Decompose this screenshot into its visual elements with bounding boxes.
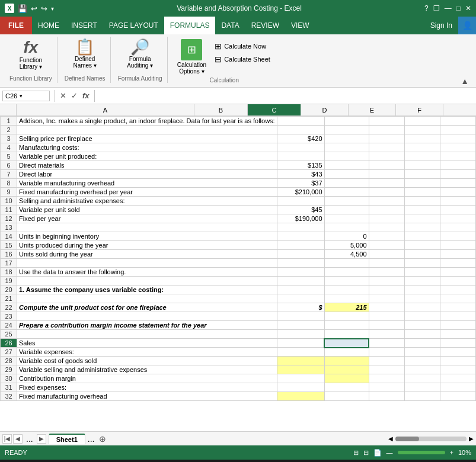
cell-f10[interactable] (440, 197, 475, 206)
sheet-nav-prev[interactable]: ◀ (13, 434, 23, 444)
cell-c9[interactable] (324, 188, 369, 197)
cell-a13[interactable] (17, 223, 277, 232)
cell-d24[interactable] (369, 321, 404, 330)
sheet-nav-dots[interactable]: ... (24, 434, 36, 444)
cell-b30[interactable] (277, 374, 324, 383)
formula-auditing-button[interactable]: 🔎 FormulaAuditing ▾ (124, 38, 155, 70)
cell-d31[interactable] (369, 383, 404, 392)
col-header-e[interactable]: E (349, 104, 396, 116)
cell-c1[interactable] (324, 117, 369, 126)
cell-e16[interactable] (404, 250, 440, 259)
cell-f23[interactable] (440, 312, 475, 321)
calculation-options-button[interactable]: ⊞ CalculationOptions ▾ (175, 38, 209, 76)
cell-e4[interactable] (404, 143, 440, 152)
cell-f24[interactable] (440, 321, 475, 330)
cell-d12[interactable] (369, 214, 404, 223)
cell-a18[interactable]: Use the data to answer the following. (17, 268, 277, 277)
formula-input[interactable] (97, 91, 476, 101)
sheet-tab-sheet1[interactable]: Sheet1 (49, 434, 85, 444)
sheet-nav-next[interactable]: ▶ (37, 434, 46, 444)
name-box-dropdown[interactable]: ▾ (20, 93, 23, 99)
cell-d6[interactable] (369, 161, 404, 170)
add-sheet-button[interactable]: ⊕ (97, 433, 108, 445)
cell-b29[interactable] (277, 365, 324, 374)
cell-a26[interactable]: Sales (17, 339, 277, 348)
cell-c4[interactable] (324, 143, 369, 152)
cell-f25[interactable] (440, 330, 475, 339)
cell-e25[interactable] (404, 330, 440, 339)
cell-f8[interactable] (440, 179, 475, 188)
cell-e14[interactable] (404, 232, 440, 241)
cell-a25[interactable] (17, 330, 277, 339)
cell-b6[interactable]: $135 (277, 161, 324, 170)
cell-e26[interactable] (404, 339, 440, 348)
insert-function-button[interactable]: fx (82, 91, 90, 100)
cell-f9[interactable] (440, 188, 475, 197)
cell-d29[interactable] (369, 365, 404, 374)
cell-a21[interactable] (17, 294, 277, 303)
cell-b12[interactable]: $190,000 (277, 214, 324, 223)
cell-f14[interactable] (440, 232, 475, 241)
cell-a1[interactable]: Addison, Inc. makes a single product, an… (17, 117, 277, 126)
calculate-sheet-button[interactable]: ⊟ Calculate Sheet (211, 53, 274, 65)
cell-c2[interactable] (324, 126, 369, 134)
menu-item-data[interactable]: DATA (215, 17, 245, 34)
cell-d7[interactable] (369, 170, 404, 179)
zoom-out-btn[interactable]: — (386, 449, 393, 456)
cell-a10[interactable]: Selling and administrative expenses: (17, 197, 277, 206)
cell-d15[interactable] (369, 241, 404, 250)
cell-e1[interactable] (404, 117, 440, 126)
col-header-c[interactable]: C (248, 104, 301, 116)
cell-e21[interactable] (404, 294, 440, 303)
cell-c21[interactable] (324, 294, 369, 303)
cell-d11[interactable] (369, 206, 404, 214)
ribbon-collapse-button[interactable]: ▲ (458, 74, 471, 87)
cell-e17[interactable] (404, 259, 440, 268)
cell-e31[interactable] (404, 383, 440, 392)
col-header-d[interactable]: D (301, 104, 349, 116)
cell-c17[interactable] (324, 259, 369, 268)
cell-d1[interactable] (369, 117, 404, 126)
cell-c11[interactable] (324, 206, 369, 214)
cell-b1[interactable] (277, 117, 324, 126)
menu-item-view[interactable]: VIEW (285, 17, 315, 34)
cell-f15[interactable] (440, 241, 475, 250)
cell-f18[interactable] (440, 268, 475, 277)
cell-f13[interactable] (440, 223, 475, 232)
cell-c3[interactable] (324, 134, 369, 143)
cell-a11[interactable]: Variable per unit sold (17, 206, 277, 214)
cell-a23[interactable] (17, 312, 277, 321)
cell-f27[interactable] (440, 348, 475, 357)
cell-c30[interactable] (324, 374, 369, 383)
name-box[interactable]: C26 ▾ (2, 91, 50, 101)
grid-view-icon[interactable]: ⊞ (353, 449, 359, 457)
cell-f22[interactable] (440, 303, 475, 312)
cell-a5[interactable]: Variable per unit produced: (17, 152, 277, 161)
enter-formula-button[interactable]: ✓ (71, 91, 78, 100)
cell-f20[interactable] (440, 285, 475, 294)
page-view-icon[interactable]: ⊟ (363, 449, 369, 457)
cell-a17[interactable] (17, 259, 277, 268)
cell-b25[interactable] (277, 330, 324, 339)
cell-e9[interactable] (404, 188, 440, 197)
function-library-button[interactable]: fx FunctionLibrary ▾ (17, 38, 44, 71)
cell-c28[interactable] (324, 357, 369, 365)
sign-in-button[interactable]: Sign In (424, 17, 458, 34)
cell-d8[interactable] (369, 179, 404, 188)
cell-d23[interactable] (369, 312, 404, 321)
cell-f32[interactable] (440, 392, 475, 401)
cell-f17[interactable] (440, 259, 475, 268)
cell-b11[interactable]: $45 (277, 206, 324, 214)
cell-d21[interactable] (369, 294, 404, 303)
cell-b9[interactable]: $210,000 (277, 188, 324, 197)
cell-a29[interactable]: Variable selling and administrative expe… (17, 365, 277, 374)
cell-b5[interactable] (277, 152, 324, 161)
cell-d27[interactable] (369, 348, 404, 357)
minimize-button[interactable]: — (445, 4, 452, 12)
help-button[interactable]: ? (424, 4, 429, 12)
cell-b27[interactable] (277, 348, 324, 357)
cell-f19[interactable] (440, 277, 475, 285)
cell-e15[interactable] (404, 241, 440, 250)
menu-item-review[interactable]: REVIEW (245, 17, 285, 34)
cell-e22[interactable] (404, 303, 440, 312)
